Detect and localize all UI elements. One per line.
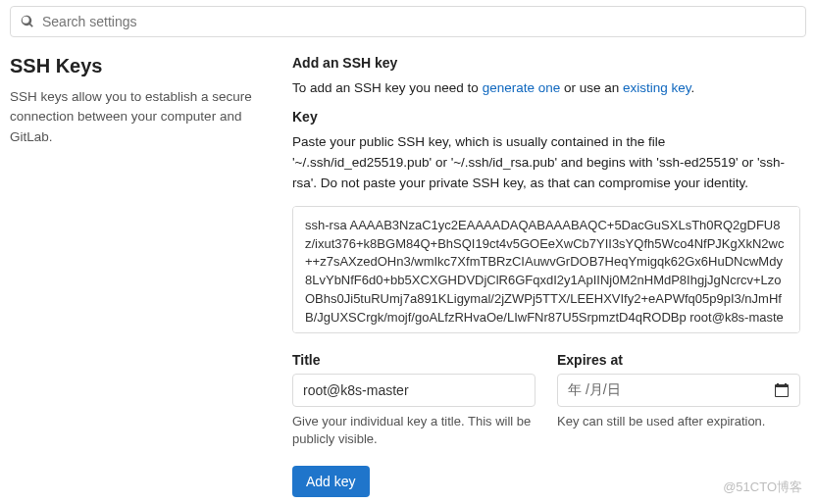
add-key-button[interactable]: Add key [292, 466, 370, 497]
title-input[interactable] [292, 374, 536, 407]
add-key-heading: Add an SSH key [292, 55, 800, 71]
page-title: SSH Keys [10, 55, 265, 77]
add-key-desc-pre: To add an SSH key you need to [292, 80, 483, 95]
calendar-icon [774, 382, 790, 398]
add-key-desc-mid: or use an [560, 80, 623, 95]
expires-column: Expires at 年 /月/日 Key can still be used … [557, 352, 800, 448]
add-key-desc: To add an SSH key you need to generate o… [292, 80, 800, 95]
title-column: Title Give your individual key a title. … [292, 352, 536, 448]
title-hint: Give your individual key a title. This w… [292, 413, 536, 448]
ssh-key-textarea[interactable] [292, 206, 800, 333]
page-layout: SSH Keys SSH keys allow you to establish… [0, 37, 816, 504]
expires-placeholder: 年 /月/日 [568, 381, 621, 399]
expires-input[interactable]: 年 /月/日 [557, 374, 800, 407]
expires-label: Expires at [557, 352, 800, 368]
search-settings-input[interactable] [42, 14, 795, 29]
search-settings[interactable] [10, 6, 806, 37]
search-settings-wrap [0, 0, 816, 37]
title-label: Title [292, 352, 536, 368]
existing-key-link[interactable]: existing key [623, 80, 691, 95]
title-expires-row: Title Give your individual key a title. … [292, 352, 800, 448]
page-subtitle: SSH keys allow you to establish a secure… [10, 87, 265, 147]
left-panel: SSH Keys SSH keys allow you to establish… [10, 55, 265, 504]
watermark: @51CTO博客 [723, 479, 802, 496]
key-help-text: Paste your public SSH key, which is usua… [292, 132, 800, 194]
search-icon [21, 15, 34, 28]
generate-one-link[interactable]: generate one [483, 80, 561, 95]
key-label: Key [292, 109, 800, 125]
add-key-desc-post: . [691, 80, 695, 95]
expires-hint: Key can still be used after expiration. [557, 413, 800, 430]
right-panel: Add an SSH key To add an SSH key you nee… [292, 55, 806, 504]
